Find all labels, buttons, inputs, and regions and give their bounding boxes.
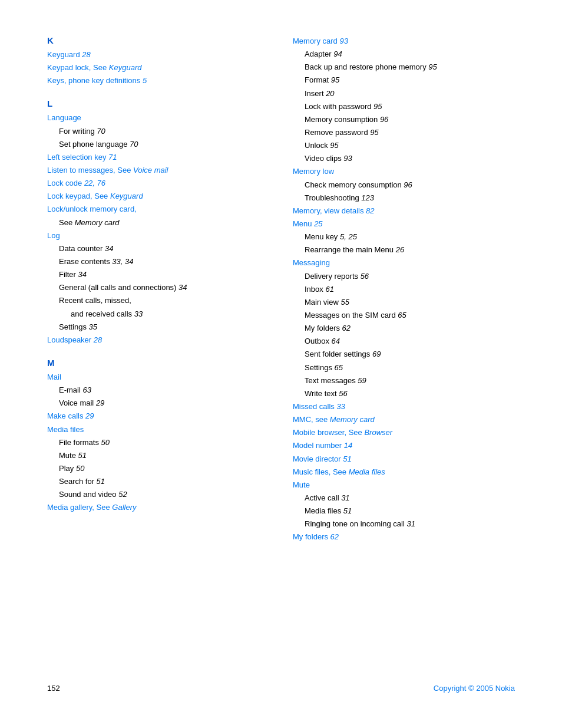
entry-movie-director: Movie director 51 bbox=[293, 453, 515, 465]
sub-log-settings: Settings 35 bbox=[47, 321, 269, 333]
sub-menu-key: Menu key 5, 25 bbox=[293, 231, 515, 243]
section-k-letter: K bbox=[47, 35, 269, 45]
sub-msg-text: Text messages 59 bbox=[293, 375, 515, 387]
page: K Keyguard 28 Keypad lock, See Keyguard … bbox=[0, 0, 562, 728]
sub-menu-rearrange: Rearrange the main Menu 26 bbox=[293, 244, 515, 256]
entry-keyguard: Keyguard 28 bbox=[47, 49, 269, 61]
entry-media-files: Media files bbox=[47, 424, 269, 436]
sub-msg-inbox: Inbox 61 bbox=[293, 284, 515, 295]
sub-mute-media-files: Media files 51 bbox=[293, 505, 515, 517]
sub-log-general: General (all calls and connections) 34 bbox=[47, 282, 269, 294]
sub-msg-write: Write text 56 bbox=[293, 388, 515, 400]
section-l-letter: L bbox=[47, 98, 269, 108]
entry-memory-low: Memory low bbox=[293, 166, 515, 177]
sub-mc-remove-password: Remove password 95 bbox=[293, 127, 515, 139]
entry-menu: Menu 25 bbox=[293, 218, 515, 230]
left-column: K Keyguard 28 Keypad lock, See Keyguard … bbox=[47, 35, 269, 655]
entry-memory-view: Memory, view details 82 bbox=[293, 205, 515, 217]
sub-mail-email: E-mail 63 bbox=[47, 384, 269, 396]
sub-mute-ringing: Ringing tone on incoming call 31 bbox=[293, 518, 515, 530]
sub-media-search: Search for 51 bbox=[47, 476, 269, 487]
entry-mobile-browser: Mobile browser, See Browser bbox=[293, 427, 515, 439]
entry-keys: Keys, phone key definitions 5 bbox=[47, 75, 269, 87]
sub-language-set: Set phone language 70 bbox=[47, 139, 269, 150]
entry-listen-messages: Listen to messages, See Voice mail bbox=[47, 164, 269, 176]
sub-language-writing: For writing 70 bbox=[47, 126, 269, 137]
footer-copyright: Copyright © 2005 Nokia bbox=[434, 684, 515, 693]
sub-msg-sim: Messages on the SIM card 65 bbox=[293, 309, 515, 321]
sub-mc-adapter: Adapter 94 bbox=[293, 48, 515, 60]
entry-mail: Mail bbox=[47, 371, 269, 383]
entry-keypad-lock: Keypad lock, See Keyguard bbox=[47, 62, 269, 74]
sub-mc-insert: Insert 20 bbox=[293, 88, 515, 100]
sub-mc-unlock: Unlock 95 bbox=[293, 140, 515, 151]
entry-make-calls: Make calls 29 bbox=[47, 410, 269, 422]
entry-loudspeaker: Loudspeaker 28 bbox=[47, 334, 269, 346]
section-m-letter: M bbox=[47, 358, 269, 368]
sub-mail-voicemail: Voice mail 29 bbox=[47, 397, 269, 409]
sub-mc-backup: Back up and restore phone memory 95 bbox=[293, 61, 515, 73]
sub-media-formats: File formats 50 bbox=[47, 437, 269, 449]
sub-mc-format: Format 95 bbox=[293, 74, 515, 86]
sub-log-received: and received calls 33 bbox=[47, 308, 269, 320]
sub-mc-lock-password: Lock with password 95 bbox=[293, 101, 515, 113]
sub-media-sound: Sound and video 52 bbox=[47, 489, 269, 500]
sub-mc-consumption: Memory consumption 96 bbox=[293, 114, 515, 126]
sub-msg-outbox: Outbox 64 bbox=[293, 335, 515, 347]
entry-mmc: MMC, see Memory card bbox=[293, 414, 515, 426]
sub-msg-myfolders: My folders 62 bbox=[293, 322, 515, 334]
entry-left-selection-key: Left selection key 71 bbox=[47, 151, 269, 163]
footer: 152 Copyright © 2005 Nokia bbox=[47, 679, 515, 693]
sub-log-filter: Filter 34 bbox=[47, 269, 269, 281]
sub-mute-active-call: Active call 31 bbox=[293, 492, 515, 504]
entry-log: Log bbox=[47, 230, 269, 242]
sub-mc-video-clips: Video clips 93 bbox=[293, 153, 515, 164]
entry-mute: Mute bbox=[293, 479, 515, 491]
entry-my-folders: My folders 62 bbox=[293, 531, 515, 543]
entry-lock-unlock-memory: Lock/unlock memory card, bbox=[47, 203, 269, 215]
entry-language: Language bbox=[47, 112, 269, 124]
sub-lock-unlock-see-memory: See Memory card bbox=[47, 217, 269, 229]
sub-ml-troubleshooting: Troubleshooting 123 bbox=[293, 192, 515, 204]
right-column: Memory card 93 Adapter 94 Back up and re… bbox=[293, 35, 515, 655]
sub-log-data-counter: Data counter 34 bbox=[47, 243, 269, 255]
entry-lock-code: Lock code 22, 76 bbox=[47, 177, 269, 189]
sub-log-erase: Erase contents 33, 34 bbox=[47, 256, 269, 268]
sub-msg-delivery: Delivery reports 56 bbox=[293, 271, 515, 282]
entry-memory-card: Memory card 93 bbox=[293, 35, 515, 47]
sub-ml-check: Check memory consumption 96 bbox=[293, 179, 515, 191]
content-area: K Keyguard 28 Keypad lock, See Keyguard … bbox=[47, 35, 515, 655]
entry-missed-calls: Missed calls 33 bbox=[293, 401, 515, 413]
entry-messaging: Messaging bbox=[293, 257, 515, 269]
sub-media-play: Play 50 bbox=[47, 463, 269, 475]
entry-model-number: Model number 14 bbox=[293, 440, 515, 452]
sub-media-mute: Mute 51 bbox=[47, 450, 269, 462]
entry-lock-keypad: Lock keypad, See Keyguard bbox=[47, 190, 269, 202]
sub-msg-sent: Sent folder settings 69 bbox=[293, 348, 515, 360]
sub-msg-mainview: Main view 55 bbox=[293, 297, 515, 308]
sub-msg-settings: Settings 65 bbox=[293, 362, 515, 374]
sub-log-recent: Recent calls, missed, bbox=[47, 295, 269, 307]
footer-page: 152 bbox=[47, 684, 60, 693]
entry-media-gallery: Media gallery, See Gallery bbox=[47, 502, 269, 513]
entry-music-files: Music files, See Media files bbox=[293, 466, 515, 478]
